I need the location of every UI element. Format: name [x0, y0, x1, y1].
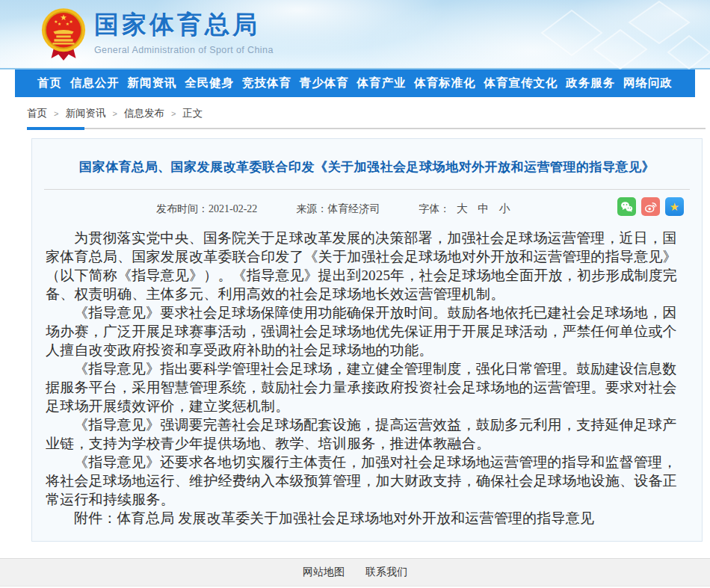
- nav-item-news[interactable]: 新闻资讯: [128, 75, 177, 91]
- weibo-share-button[interactable]: [641, 197, 660, 216]
- weibo-icon: [643, 199, 658, 214]
- font-size-control: 字体： 大 中 小: [419, 202, 514, 216]
- nav-item-home[interactable]: 首页: [37, 75, 62, 91]
- svg-text:★: ★: [670, 200, 679, 214]
- article-paragraph: 《指导意见》指出要科学管理社会足球场，建立健全管理制度，强化日常管理。鼓励建设信…: [46, 359, 688, 415]
- article-body: 为贯彻落实党中央、国务院关于足球改革发展的决策部署，加强社会足球场运营管理，近日…: [44, 229, 690, 527]
- qzone-star-icon: ★: [667, 199, 682, 214]
- footer-sitemap-link[interactable]: 网站地图: [303, 566, 345, 579]
- wechat-share-button[interactable]: [617, 197, 636, 216]
- nav-item-online-politics[interactable]: 网络问政: [623, 75, 673, 91]
- nav-item-standardization[interactable]: 体育标准化: [414, 75, 476, 91]
- nav-item-sport-industry[interactable]: 体育产业: [357, 75, 407, 91]
- svg-text:★: ★: [70, 19, 73, 24]
- font-size-small-button[interactable]: 小: [499, 202, 510, 214]
- article-meta: 发布时间：2021-02-22 来源：体育经济司 字体： 大 中 小: [44, 190, 690, 222]
- breadcrumb-separator: >: [54, 109, 58, 118]
- attachment-link[interactable]: 附件：体育总局 发展改革委关于加强社会足球场地对外开放和运营管理的指导意见: [46, 509, 688, 527]
- footer-contact-link[interactable]: 联系我们: [365, 566, 407, 579]
- site-logo[interactable]: ★ ★ ★ ★ ★: [40, 5, 87, 64]
- site-footer: 网站地图 联系我们: [0, 558, 710, 587]
- nav-item-info-disclosure[interactable]: 信息公开: [70, 75, 120, 91]
- article-paragraph: 为贯彻落实党中央、国务院关于足球改革发展的决策部署，加强社会足球场运营管理，近日…: [46, 229, 688, 303]
- site-subtitle: General Administration of Sport of China: [94, 45, 274, 55]
- article-source: 来源：体育经济司: [296, 202, 380, 216]
- breadcrumb-current: 正文: [182, 107, 203, 120]
- article-paragraph: 《指导意见》要求社会足球场保障使用功能确保开放时间。鼓励各地依托已建社会足球场地…: [46, 303, 688, 359]
- main-nav: 首页 信息公开 新闻资讯 全民健身 竞技体育 青少体育 体育产业 体育标准化 体…: [15, 69, 695, 97]
- article-title: 国家体育总局、国家发展改革委联合印发《关于加强社会足球场地对外开放和运营管理的指…: [44, 158, 690, 176]
- font-size-label: 字体：: [419, 203, 450, 214]
- nav-item-gov-service[interactable]: 政务服务: [566, 75, 615, 91]
- article-paragraph: 《指导意见》强调要完善社会足球场配套设施，提高运营效益，鼓励多元利用，支持延伸足…: [46, 415, 688, 453]
- article-panel: 国家体育总局、国家发展改革委联合印发《关于加强社会足球场地对外开放和运营管理的指…: [31, 138, 703, 542]
- nav-item-culture[interactable]: 体育宣传文化: [484, 75, 558, 91]
- nav-item-youth-sport[interactable]: 青少体育: [300, 75, 349, 91]
- site-title-block: 国家体育总局 General Administration of Sport o…: [94, 8, 274, 55]
- breadcrumb-separator: >: [112, 109, 117, 118]
- font-size-large-button[interactable]: 大: [457, 202, 468, 214]
- header-geometric-pattern: [396, 0, 710, 69]
- share-buttons: ★: [617, 197, 684, 216]
- publish-date: 发布时间：2021-02-22: [156, 202, 257, 216]
- breadcrumb-separator: >: [171, 109, 176, 118]
- nav-item-competitive-sport[interactable]: 竞技体育: [242, 75, 291, 91]
- wechat-icon: [619, 199, 635, 214]
- font-size-medium-button[interactable]: 中: [478, 202, 489, 214]
- svg-text:★: ★: [58, 22, 61, 26]
- site-header: ★ ★ ★ ★ ★ 国家体育总局 General Administration …: [0, 0, 710, 69]
- breadcrumb-info-release[interactable]: 信息发布: [124, 107, 164, 120]
- article-paragraph: 《指导意见》还要求各地切实履行主体责任，加强对社会足球场地运营管理的指导和监督管…: [46, 453, 688, 509]
- section-divider: [27, 128, 706, 129]
- breadcrumb-home[interactable]: 首页: [27, 107, 47, 120]
- nav-item-fitness[interactable]: 全民健身: [185, 75, 234, 91]
- breadcrumb-news[interactable]: 新闻资讯: [65, 107, 105, 120]
- qzone-share-button[interactable]: ★: [665, 197, 684, 216]
- breadcrumb: 首页 > 新闻资讯 > 信息发布 > 正文: [27, 107, 710, 120]
- national-emblem-icon: ★ ★ ★ ★ ★: [40, 5, 87, 64]
- svg-text:★: ★: [60, 13, 67, 22]
- active-tab-indicator: [27, 127, 84, 130]
- site-title: 国家体育总局: [94, 8, 274, 42]
